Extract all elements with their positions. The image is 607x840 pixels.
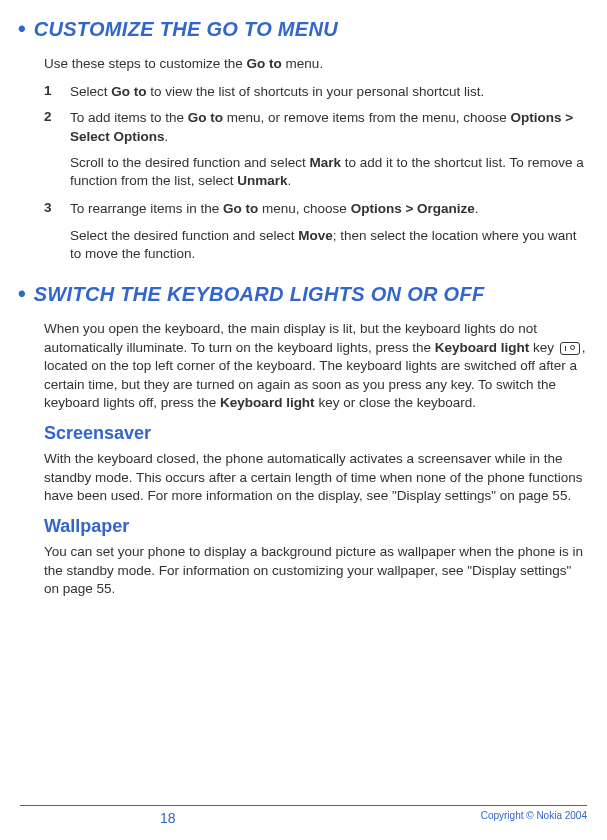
section-heading-customize: CUSTOMIZE THE GO TO MENU: [34, 18, 338, 41]
footer: 18 Copyright © Nokia 2004: [20, 805, 587, 826]
step-content: To add items to the Go to menu, or remov…: [70, 109, 587, 145]
wallpaper-para: You can set your phone to display a back…: [44, 543, 587, 599]
section-heading-keyboard-lights: SWITCH THE KEYBOARD LIGHTS ON OR OFF: [34, 283, 485, 306]
step-number: 3: [44, 200, 54, 218]
subheading-wallpaper: Wallpaper: [44, 516, 587, 537]
screensaver-para: With the keyboard closed, the phone auto…: [44, 450, 587, 506]
step-1: 1 Select Go to to view the list of short…: [44, 83, 587, 101]
bullet-icon: •: [18, 283, 26, 305]
step-number: 2: [44, 109, 54, 145]
step-2: 2 To add items to the Go to menu, or rem…: [44, 109, 587, 145]
keyboard-lights-para: When you open the keyboard, the main dis…: [44, 320, 587, 413]
subheading-screensaver: Screensaver: [44, 423, 587, 444]
step-content: To rearrange items in the Go to menu, ch…: [70, 200, 587, 218]
intro-text: Use these steps to customize the Go to m…: [44, 55, 587, 73]
step-content: Select Go to to view the list of shortcu…: [70, 83, 587, 101]
step-2-sub: Scroll to the desired function and selec…: [70, 154, 587, 190]
copyright-text: Copyright © Nokia 2004: [481, 810, 587, 821]
step-number: 1: [44, 83, 54, 101]
page-number: 18: [160, 810, 176, 826]
step-3: 3 To rearrange items in the Go to menu, …: [44, 200, 587, 218]
step-3-sub: Select the desired function and select M…: [70, 227, 587, 263]
keyboard-light-key-icon: [560, 342, 580, 355]
bullet-icon: •: [18, 18, 26, 40]
